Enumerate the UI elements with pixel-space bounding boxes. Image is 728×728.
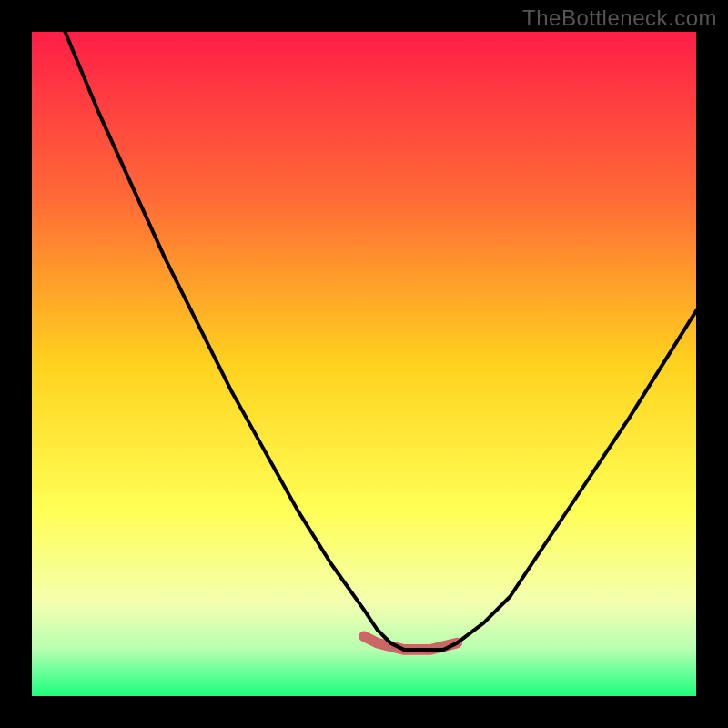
curve-layer: [32, 32, 696, 696]
plot-area: [32, 32, 696, 696]
chart-frame: TheBottleneck.com: [0, 0, 728, 728]
bottom-band-path: [364, 636, 457, 650]
watermark-text: TheBottleneck.com: [522, 5, 717, 31]
bottleneck-curve-path: [66, 32, 697, 650]
